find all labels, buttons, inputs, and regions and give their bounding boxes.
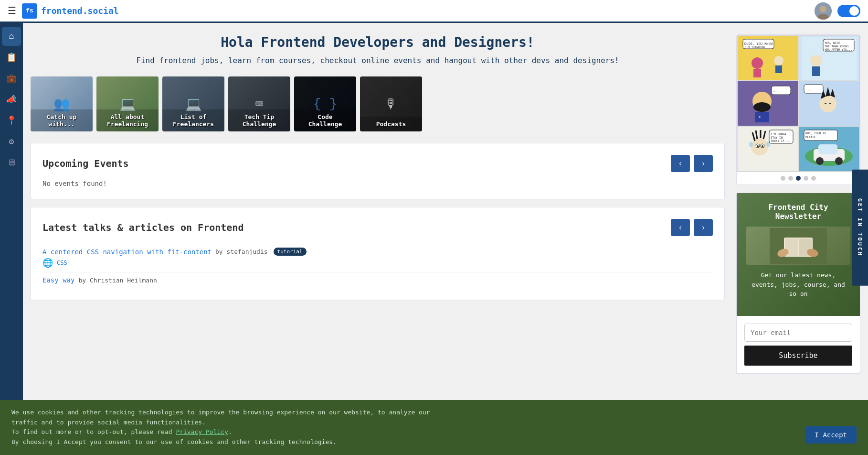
events-header: Upcoming Events ‹ › — [42, 155, 713, 172]
events-nav: ‹ › — [671, 155, 713, 172]
svg-point-43 — [762, 145, 763, 147]
category-grid: 👥 Catch upwith... 💻 All aboutFreelancing… — [31, 76, 725, 131]
svg-rect-21 — [755, 112, 769, 122]
articles-section: Latest talks & articles on Frontend ‹ › … — [31, 207, 725, 300]
cookie-text: We use cookies and other tracking techno… — [11, 408, 441, 447]
comic-dot-5[interactable] — [811, 176, 816, 181]
svg-point-7 — [752, 57, 763, 69]
comic-dot-2[interactable] — [788, 176, 793, 181]
logo-text: frontend.social — [41, 6, 119, 16]
articles-prev-btn[interactable]: ‹ — [671, 219, 690, 236]
articles-nav: ‹ › — [671, 219, 713, 236]
comic-panel: DUDE, YOU KNOW I'M THINKING... — [736, 34, 860, 185]
globe-icon-1: 🌐 — [42, 258, 53, 268]
newsletter-header: Frontend City Newsletter Get our late — [737, 193, 860, 316]
dark-mode-toggle[interactable] — [837, 5, 860, 17]
comic-dot-3[interactable] — [796, 176, 801, 181]
newsletter-email-input[interactable] — [744, 324, 852, 342]
article-author-1: by stefanjudis — [215, 248, 268, 255]
svg-text:I'M THINKING...: I'M THINKING... — [744, 45, 770, 49]
sidebar-item-home[interactable]: ⌂ — [2, 27, 21, 46]
svg-point-54 — [816, 157, 824, 165]
article-meta-1: 🌐 CSS — [42, 258, 713, 268]
svg-text:BUT, YOUR ID: BUT, YOUR ID — [805, 131, 826, 135]
category-card-techtip[interactable]: ⌨️ Tech TipChallenge — [228, 76, 290, 131]
article-item-2: Easy way by Christian Heilmann — [42, 272, 713, 288]
cookie-text-3: . — [228, 428, 232, 435]
article-item: A centered CSS navigation with fit-conte… — [42, 244, 713, 272]
category-card-freelancing[interactable]: 💻 All aboutFreelancing — [96, 76, 159, 131]
category-card-podcasts[interactable]: 🎙 Podcasts — [360, 76, 422, 131]
svg-point-20 — [753, 102, 771, 112]
sidebar-item-settings[interactable]: ⚙ — [2, 132, 21, 151]
svg-text:...: ... — [773, 89, 779, 93]
events-prev-btn[interactable]: ‹ — [671, 155, 690, 172]
articles-next-btn[interactable]: › — [694, 219, 713, 236]
svg-text:YEA AFTER YOU...: YEA AFTER YOU... — [825, 48, 852, 51]
sidebar-item-announcements[interactable]: 📣 — [2, 90, 21, 109]
newsletter-desc: Get our latest news, events, jobs, cours… — [746, 271, 850, 299]
logo-link[interactable]: fs frontend.social — [22, 3, 119, 19]
newsletter-card: Frontend City Newsletter Get our late — [736, 193, 860, 374]
svg-rect-10 — [775, 65, 782, 73]
sidebar: ⌂ 📋 💼 📣 📍 ⚙ 🖥 — [0, 23, 23, 455]
category-label-codechallenge: CodeChallenge — [294, 109, 356, 131]
sidebar-item-monitor[interactable]: 🖥 — [2, 153, 21, 172]
svg-text:STAY IN: STAY IN — [771, 136, 783, 139]
svg-text:THE TOWN KNOWS: THE TOWN KNOWS — [825, 44, 849, 48]
avatar[interactable] — [815, 2, 832, 20]
comic-cell-3: ★ ... — [737, 81, 798, 126]
category-label-freelancers: List ofFreelancers — [162, 109, 224, 131]
sidebar-item-notes[interactable]: 📋 — [2, 48, 21, 67]
hero-subtitle: Find frontend jobs, learn from courses, … — [31, 56, 725, 65]
category-card-catchup[interactable]: 👥 Catch upwith... — [31, 76, 93, 131]
category-label-podcasts: Podcasts — [360, 117, 422, 131]
comic-cell-2: YES, NICE. THE TOWN KNOWS YEA AFTER YOU.… — [798, 35, 859, 81]
article-link-1[interactable]: A centered CSS navigation with fit-conte… — [42, 248, 212, 256]
category-label-catchup: Catch upwith... — [31, 109, 93, 131]
right-sidebar: DUDE, YOU KNOW I'M THINKING... — [736, 34, 860, 374]
events-section: Upcoming Events ‹ › No events found! — [31, 143, 725, 199]
topnav-right — [815, 2, 860, 20]
comic-cell-4: ... — [798, 81, 859, 126]
comic-dot-1[interactable] — [781, 176, 785, 181]
comic-dot-4[interactable] — [804, 176, 808, 181]
no-events-text: No events found! — [42, 180, 713, 187]
newsletter-title: Frontend City Newsletter — [746, 203, 850, 221]
svg-point-1 — [820, 6, 826, 12]
cookie-accept-btn[interactable]: I Accept — [805, 426, 857, 444]
hero-title: Hola Frontend Developers and Designers! — [31, 34, 725, 50]
topnav: ☰ fs frontend.social — [0, 0, 868, 23]
category-label-freelancing: All aboutFreelancing — [96, 109, 159, 131]
cookie-text-1: We use cookies and other tracking techno… — [11, 409, 430, 426]
article-author-2: by Christian Heilmann — [78, 277, 157, 284]
sidebar-item-jobs[interactable]: 💼 — [2, 69, 21, 88]
comic-cell-1: DUDE, YOU KNOW I'M THINKING... — [737, 35, 798, 81]
privacy-policy-link[interactable]: Privacy Policy — [176, 428, 228, 435]
events-title: Upcoming Events — [42, 158, 129, 169]
hero-section: Hola Frontend Developers and Designers! … — [31, 34, 725, 65]
svg-text:PLEASE.: PLEASE. — [805, 135, 817, 139]
svg-text:...: ... — [805, 87, 812, 91]
svg-point-44 — [749, 141, 753, 147]
main-content: Hola Frontend Developers and Designers! … — [31, 34, 725, 374]
svg-text:TODAY IF...: TODAY IF... — [771, 139, 790, 142]
newsletter-form: Subscribe — [737, 316, 860, 373]
category-card-freelancers[interactable]: 💻 List ofFreelancers — [162, 76, 224, 131]
svg-rect-17 — [812, 66, 820, 76]
article-link-2[interactable]: Easy way — [42, 276, 74, 284]
sidebar-item-location[interactable]: 📍 — [2, 111, 21, 130]
category-card-codechallenge[interactable]: { } CodeChallenge — [294, 76, 356, 131]
events-next-btn[interactable]: › — [694, 155, 713, 172]
svg-point-42 — [757, 145, 759, 147]
svg-point-55 — [835, 157, 843, 165]
comic-dots — [737, 172, 860, 184]
svg-text:YES, NICE.: YES, NICE. — [825, 41, 842, 44]
newsletter-subscribe-btn[interactable]: Subscribe — [744, 346, 852, 366]
svg-rect-53 — [818, 144, 837, 154]
get-in-touch-btn[interactable]: GET IN TOUCH — [852, 170, 868, 286]
article-source-1: CSS — [57, 260, 67, 266]
category-label-techtip: Tech TipChallenge — [228, 109, 290, 131]
hamburger-icon[interactable]: ☰ — [8, 5, 16, 17]
svg-point-16 — [810, 55, 822, 66]
